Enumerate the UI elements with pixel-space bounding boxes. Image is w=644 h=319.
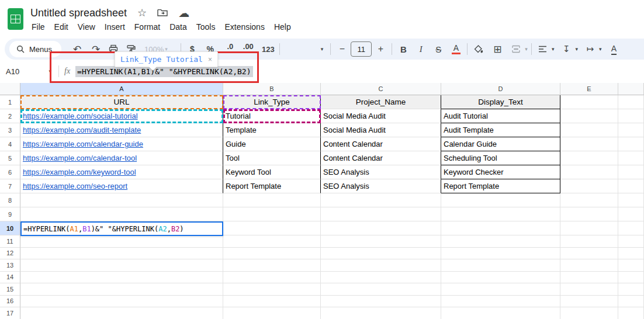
cell-D8[interactable] (441, 193, 560, 207)
cell-A8[interactable] (20, 193, 223, 207)
fill-color-button[interactable] (471, 41, 486, 57)
row-header-7[interactable]: 7 (0, 179, 20, 193)
move-folder-icon[interactable] (157, 9, 168, 17)
text-wrap-dropdown[interactable]: ▾ (599, 46, 602, 52)
formula-input[interactable]: =HYPERLINK(A1,B1)&" "&HYPERLINK(A2,B2) (75, 66, 252, 77)
cell-B12[interactable] (223, 248, 321, 260)
menu-item-extensions[interactable]: Extensions (220, 20, 269, 33)
tooltip-close-icon[interactable]: × (208, 56, 212, 64)
menu-item-file[interactable]: File (27, 20, 50, 33)
increase-decimal-button[interactable]: .00 → (241, 41, 256, 57)
cell-A16[interactable] (20, 296, 223, 308)
cell-A1[interactable]: URL (20, 95, 223, 109)
cell-D5[interactable]: Scheduling Tool (441, 151, 560, 165)
row-header-11[interactable]: 11 (0, 235, 20, 248)
cell-A4[interactable]: https://example.com/calendar-guide (20, 137, 223, 151)
cell-B3[interactable]: Template (223, 123, 321, 137)
cell-D4[interactable]: Calendar Guide (441, 137, 560, 151)
decrease-font-size-button[interactable]: − (334, 41, 349, 57)
cell-E11[interactable] (560, 235, 618, 248)
cell-C10[interactable] (321, 221, 441, 235)
cell-C4[interactable]: Content Calendar (321, 137, 441, 151)
cell-D17[interactable] (441, 307, 560, 319)
cell-C9[interactable] (321, 207, 441, 221)
row-header-3[interactable]: 3 (0, 123, 20, 137)
cell-E13[interactable] (560, 259, 618, 272)
row-header-12[interactable]: 12 (0, 248, 20, 260)
cell-F14[interactable] (618, 272, 644, 284)
cell-F11[interactable] (618, 235, 644, 248)
cell-B2[interactable]: Tutorial (223, 109, 321, 123)
cell-D14[interactable] (441, 272, 560, 284)
row-header-16[interactable]: 16 (0, 296, 20, 308)
cell-C3[interactable]: Social Media Audit (321, 123, 441, 137)
cell-F1[interactable] (618, 95, 644, 109)
text-wrap-button[interactable]: ↦ (583, 41, 598, 57)
cell-F7[interactable] (618, 179, 644, 193)
cell-C1[interactable]: Project_Name (321, 95, 441, 109)
row-header-4[interactable]: 4 (0, 137, 20, 151)
cell-C16[interactable] (321, 296, 441, 308)
sheets-logo[interactable] (8, 8, 23, 30)
cell-E16[interactable] (560, 296, 618, 308)
select-all-corner[interactable] (0, 83, 20, 95)
cell-C12[interactable] (321, 248, 441, 260)
cell-D2[interactable]: Audit Tutorial (441, 109, 560, 123)
row-header-13[interactable]: 13 (0, 259, 20, 272)
decrease-decimal-button[interactable]: .0 ← (223, 41, 238, 57)
cell-B16[interactable] (223, 296, 321, 308)
cell-C15[interactable] (321, 283, 441, 296)
cell-D13[interactable] (441, 259, 560, 272)
cell-F8[interactable] (618, 193, 644, 207)
cell-D15[interactable] (441, 283, 560, 296)
document-title[interactable]: Untitled spreadsheet (30, 7, 127, 19)
bold-button[interactable]: B (396, 41, 411, 57)
cell-C17[interactable] (321, 307, 441, 319)
menu-item-data[interactable]: Data (165, 20, 192, 33)
cell-B17[interactable] (223, 307, 321, 319)
increase-font-size-button[interactable]: + (373, 41, 388, 57)
cell-D16[interactable] (441, 296, 560, 308)
cell-E12[interactable] (560, 248, 618, 260)
cell-E8[interactable] (560, 193, 618, 207)
cell-D6[interactable]: Keyword Checker (441, 165, 560, 179)
merge-cells-button[interactable] (508, 41, 524, 57)
col-header-D[interactable]: D (441, 83, 560, 95)
cell-B5[interactable]: Tool (223, 151, 321, 165)
borders-button[interactable]: ⊞ (490, 41, 505, 57)
row-header-14[interactable]: 14 (0, 272, 20, 284)
cell-E9[interactable] (560, 207, 618, 221)
horizontal-align-button[interactable] (535, 41, 550, 57)
cell-B13[interactable] (223, 259, 321, 272)
strikethrough-button[interactable]: S (431, 41, 446, 57)
cell-C14[interactable] (321, 272, 441, 284)
row-header-8[interactable]: 8 (0, 193, 20, 207)
cell-B15[interactable] (223, 283, 321, 296)
cell-F15[interactable] (618, 283, 644, 296)
cloud-status-icon[interactable]: ☁ (178, 8, 189, 19)
text-color-button[interactable]: A (448, 41, 463, 57)
cell-E4[interactable] (560, 137, 618, 151)
cell-F16[interactable] (618, 296, 644, 308)
cell-A14[interactable] (20, 272, 223, 284)
cell-A11[interactable] (20, 235, 223, 248)
cell-B6[interactable]: Keyword Tool (223, 165, 321, 179)
cell-B9[interactable] (223, 207, 321, 221)
cell-C6[interactable]: SEO Analysis (321, 165, 441, 179)
cell-B8[interactable] (223, 193, 321, 207)
cell-D12[interactable] (441, 248, 560, 260)
row-header-1[interactable]: 1 (0, 95, 20, 109)
col-header-E[interactable]: E (560, 83, 618, 95)
cell-B4[interactable]: Guide (223, 137, 321, 151)
menus-search-button[interactable]: Menus (9, 41, 61, 57)
cell-D9[interactable] (441, 207, 560, 221)
menu-item-tools[interactable]: Tools (192, 20, 220, 33)
cell-C8[interactable] (321, 193, 441, 207)
cell-F3[interactable] (618, 123, 644, 137)
cell-E2[interactable] (560, 109, 618, 123)
row-header-9[interactable]: 9 (0, 207, 20, 221)
cell-C7[interactable]: SEO Analysis (321, 179, 441, 193)
row-header-17[interactable]: 17 (0, 307, 20, 319)
cell-C2[interactable]: Social Media Audit (321, 109, 441, 123)
cell-E3[interactable] (560, 123, 618, 137)
